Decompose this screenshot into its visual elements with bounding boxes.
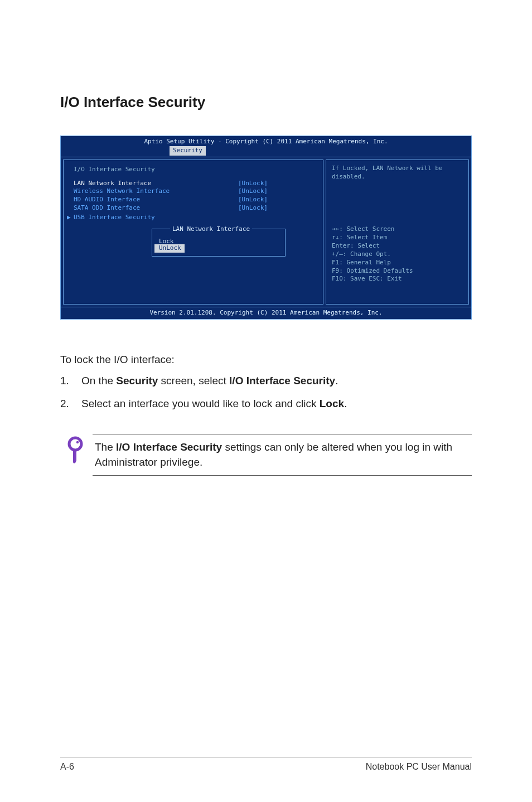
- bios-screenshot: Aptio Setup Utility - Copyright (C) 2011…: [60, 136, 472, 320]
- intro-text: To lock the I/O interface:: [60, 352, 472, 368]
- setting-value: [UnLock]: [238, 187, 316, 196]
- submenu-usb-interface-security[interactable]: ▶USB Interface Security: [67, 214, 316, 222]
- nav-hint: F10: Save ESC: Exit: [332, 275, 463, 283]
- t: screen, select: [158, 375, 229, 386]
- bios-nav-hints: →←: Select Screen ↑↓: Select Item Enter:…: [332, 225, 463, 283]
- t-bold: Lock: [320, 398, 344, 409]
- t-bold: I/O Interface Security: [116, 441, 222, 453]
- page-title: I/O Interface Security: [60, 94, 472, 111]
- step-number: 1.: [60, 373, 81, 389]
- manual-title: Notebook PC User Manual: [366, 762, 472, 772]
- note-block: The I/O Interface Security settings can …: [60, 434, 472, 476]
- svg-point-1: [76, 441, 79, 443]
- nav-hint: ↑↓: Select Item: [332, 234, 463, 242]
- bios-tab-bar: Security: [61, 146, 471, 157]
- body-instructions: To lock the I/O interface: 1. On the Sec…: [60, 352, 472, 412]
- t: On the: [81, 375, 116, 386]
- page-number: A-6: [60, 762, 74, 772]
- submenu-label: USB Interface Security: [74, 214, 155, 221]
- setting-label: HD AUDIO Interface: [74, 196, 238, 204]
- t-bold: I/O Interface Security: [229, 375, 335, 386]
- note-text: The I/O Interface Security settings can …: [93, 434, 472, 476]
- t: .: [335, 375, 338, 386]
- bios-version-footer: Version 2.01.1208. Copyright (C) 2011 Am…: [61, 307, 471, 319]
- nav-hint: +/—: Change Opt.: [332, 250, 463, 259]
- magnifier-icon: [60, 434, 93, 464]
- step-2: 2. Select an interface you would like to…: [60, 396, 472, 412]
- t-bold: Security: [116, 375, 158, 386]
- setting-hd-audio-interface[interactable]: HD AUDIO Interface [UnLock]: [74, 196, 316, 204]
- setting-sata-odd-interface[interactable]: SATA ODD Interface [UnLock]: [74, 204, 316, 212]
- tab-security[interactable]: Security: [170, 146, 206, 156]
- bios-help-panel: If Locked, LAN Network will be disabled.…: [326, 160, 469, 305]
- popup-option-unlock[interactable]: UnLock: [154, 244, 185, 253]
- submenu-arrow-icon: ▶: [67, 214, 74, 222]
- t: .: [344, 398, 347, 409]
- bios-utility-title: Aptio Setup Utility - Copyright (C) 2011…: [61, 136, 471, 146]
- setting-label: Wireless Network Interface: [74, 187, 238, 196]
- step-text: On the Security screen, select I/O Inter…: [81, 373, 472, 389]
- step-number: 2.: [60, 396, 81, 412]
- popup-title: LAN Network Interface: [170, 225, 252, 234]
- setting-label: SATA ODD Interface: [74, 204, 238, 212]
- step-text: Select an interface you would like to lo…: [81, 396, 472, 412]
- bios-help-text: If Locked, LAN Network will be disabled.: [332, 165, 463, 181]
- nav-hint: Enter: Select: [332, 242, 463, 250]
- setting-lan-network-interface[interactable]: LAN Network Interface [UnLock]: [74, 180, 316, 188]
- nav-hint: F9: Optimized Defaults: [332, 267, 463, 276]
- step-1: 1. On the Security screen, select I/O In…: [60, 373, 472, 389]
- t: The: [95, 441, 116, 453]
- setting-wireless-network-interface[interactable]: Wireless Network Interface [UnLock]: [74, 187, 316, 196]
- setting-label: LAN Network Interface: [74, 180, 238, 188]
- bios-main-panel: I/O Interface Security LAN Network Inter…: [63, 160, 323, 305]
- nav-hint: →←: Select Screen: [332, 225, 463, 234]
- setting-value: [UnLock]: [238, 180, 316, 188]
- popup-lan-network-interface: LAN Network Interface Lock UnLock: [152, 229, 286, 257]
- setting-value: [UnLock]: [238, 204, 316, 212]
- setting-value: [UnLock]: [238, 196, 316, 204]
- svg-point-0: [69, 438, 81, 450]
- bios-section-title: I/O Interface Security: [74, 166, 316, 174]
- t: Select an interface you would like to lo…: [81, 398, 320, 409]
- nav-hint: F1: General Help: [332, 259, 463, 267]
- page-footer: A-6 Notebook PC User Manual: [60, 757, 472, 772]
